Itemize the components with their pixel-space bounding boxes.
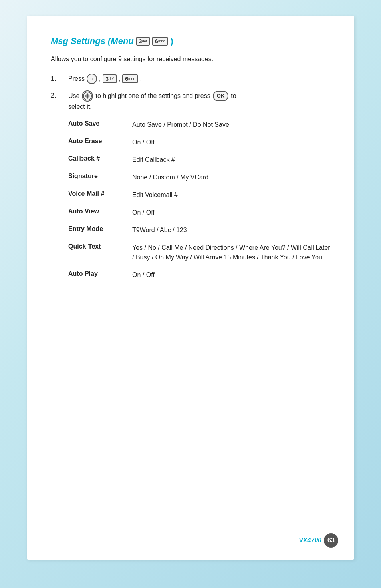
step-1: 1. Press ⌕ , 3def , 6mno . [51,74,330,84]
setting-label-6: Entry Mode [68,225,124,233]
setting-value-1: On / Off [132,138,155,147]
step-1-comma1: , [99,74,101,84]
page-title: Msg Settings (Menu 3def 6mno ) [51,36,330,46]
footer-model: VX4700 [299,537,321,544]
setting-label-7: Quick-Text [68,243,124,250]
step-1-period: . [140,74,141,84]
setting-label-1: Auto Erase [68,138,124,145]
setting-label-5: Auto View [68,208,124,215]
setting-row-7: Quick-Text Yes / No / Call Me / Need Dir… [68,243,330,262]
page-content: Msg Settings (Menu 3def 6mno ) Allows yo… [27,16,354,560]
step-2-content: Use to highlight one of the settings and [68,90,236,112]
ok-button-icon: OK [213,91,229,102]
setting-label-0: Auto Save [68,120,124,127]
step-2-use: Use [68,91,79,101]
setting-row-1: Auto Erase On / Off [68,138,330,147]
step-1-press: Press [68,74,85,84]
setting-value-8: On / Off [132,270,155,280]
step-2-line1: Use to highlight one of the settings and [68,90,236,102]
step-2-num: 2. [51,90,62,101]
step-2-text-mid: to highlight one of the settings and pre… [95,91,210,101]
step-1-num: 1. [51,74,62,84]
setting-value-4: Edit Voicemail # [132,190,178,200]
title-key1: 3def [136,37,150,46]
setting-value-0: Auto Save / Prompt / Do Not Save [132,120,229,130]
svg-marker-4 [89,95,91,97]
footer: VX4700 63 [299,533,338,548]
setting-label-8: Auto Play [68,270,124,277]
setting-value-7: Yes / No / Call Me / Need Directions / W… [132,243,330,262]
setting-value-5: On / Off [132,208,155,217]
setting-row-4: Voice Mail # Edit Voicemail # [68,190,330,200]
svg-marker-2 [87,97,89,99]
footer-page-number: 63 [324,533,338,548]
settings-table: Auto Save Auto Save / Prompt / Do Not Sa… [68,120,330,280]
svg-marker-3 [85,95,87,97]
setting-row-6: Entry Mode T9Word / Abc / 123 [68,225,330,235]
step-2: 2. Use to highl [51,90,330,112]
step-2-to: to [231,91,236,101]
menu-icon: ⌕ [87,74,97,84]
step-1-key6: 6mno [122,74,138,84]
nav-scroll-icon [82,90,93,102]
setting-row-5: Auto View On / Off [68,208,330,217]
steps-list: 1. Press ⌕ , 3def , 6mno . 2. Use [51,74,330,112]
step-1-key3: 3def [103,74,116,84]
setting-label-2: Callback # [68,155,124,162]
svg-point-5 [87,95,89,97]
title-key2: 6mno [152,37,168,46]
setting-row-8: Auto Play On / Off [68,270,330,280]
setting-row-0: Auto Save Auto Save / Prompt / Do Not Sa… [68,120,330,130]
intro-text: Allows you to configure 9 settings for r… [51,54,330,64]
setting-value-6: T9Word / Abc / 123 [132,225,187,235]
setting-label-4: Voice Mail # [68,190,124,197]
setting-value-3: None / Custom / My VCard [132,173,208,182]
setting-value-2: Edit Callback # [132,155,175,165]
step-2-line2: select it. [68,102,236,112]
step-1-content: Press ⌕ , 3def , 6mno . [68,74,142,84]
svg-marker-1 [87,93,89,95]
setting-label-3: Signature [68,173,124,180]
scroll-icon-svg [83,91,92,101]
step-1-comma2: , [119,74,120,84]
title-text: Msg Settings (Menu [51,36,134,46]
setting-row-3: Signature None / Custom / My VCard [68,173,330,182]
setting-row-2: Callback # Edit Callback # [68,155,330,165]
